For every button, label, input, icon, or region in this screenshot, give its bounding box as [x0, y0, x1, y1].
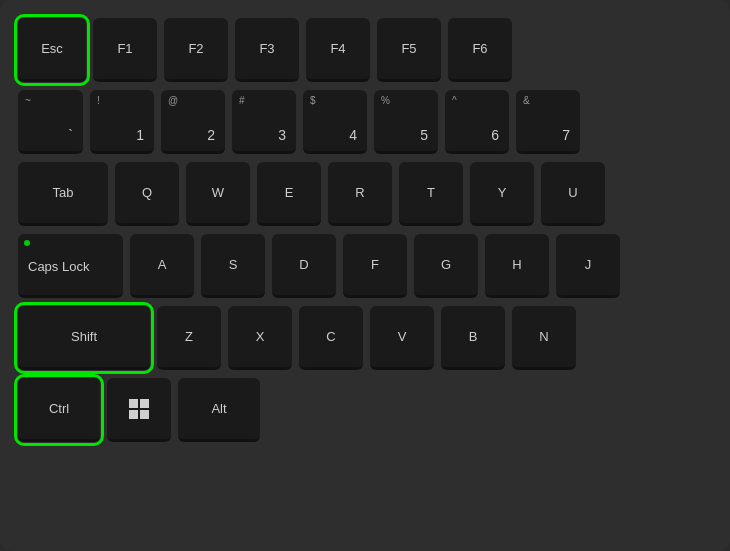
- key-z[interactable]: Z: [157, 306, 221, 370]
- key-v-label: V: [398, 329, 407, 344]
- key-shift-label: Shift: [71, 329, 97, 344]
- key-q-label: Q: [142, 185, 152, 200]
- row-num: ~ ` ! 1 @ 2 # 3 $ 4 % 5 ^ 6 & 7: [18, 90, 712, 154]
- keyboard: Esc F1 F2 F3 F4 F5 F6 ~ ` ! 1 @: [0, 0, 730, 551]
- key-4-primary: 4: [349, 127, 357, 143]
- key-caps-label: Caps Lock: [28, 259, 89, 274]
- key-f4-label: F4: [330, 41, 345, 56]
- key-4[interactable]: $ 4: [303, 90, 367, 154]
- key-f3[interactable]: F3: [235, 18, 299, 82]
- key-h-label: H: [512, 257, 521, 272]
- key-f3-label: F3: [259, 41, 274, 56]
- row-fn: Esc F1 F2 F3 F4 F5 F6: [18, 18, 712, 82]
- key-5-primary: 5: [420, 127, 428, 143]
- key-g[interactable]: G: [414, 234, 478, 298]
- key-1[interactable]: ! 1: [90, 90, 154, 154]
- caps-lock-indicator: [24, 240, 30, 246]
- key-w[interactable]: W: [186, 162, 250, 226]
- key-b-label: B: [469, 329, 478, 344]
- key-s-label: S: [229, 257, 238, 272]
- key-t[interactable]: T: [399, 162, 463, 226]
- key-f6[interactable]: F6: [448, 18, 512, 82]
- key-ctrl[interactable]: Ctrl: [18, 378, 100, 442]
- key-y[interactable]: Y: [470, 162, 534, 226]
- svg-rect-2: [129, 410, 138, 419]
- key-3[interactable]: # 3: [232, 90, 296, 154]
- key-d[interactable]: D: [272, 234, 336, 298]
- key-f2-label: F2: [188, 41, 203, 56]
- windows-icon: [128, 398, 150, 420]
- row-qwerty: Tab Q W E R T Y U: [18, 162, 712, 226]
- key-3-primary: 3: [278, 127, 286, 143]
- key-f6-label: F6: [472, 41, 487, 56]
- key-1-primary: 1: [136, 127, 144, 143]
- key-j-label: J: [585, 257, 592, 272]
- key-caps-lock[interactable]: Caps Lock: [18, 234, 123, 298]
- key-q[interactable]: Q: [115, 162, 179, 226]
- key-n[interactable]: N: [512, 306, 576, 370]
- key-u[interactable]: U: [541, 162, 605, 226]
- key-f5[interactable]: F5: [377, 18, 441, 82]
- key-v[interactable]: V: [370, 306, 434, 370]
- key-alt[interactable]: Alt: [178, 378, 260, 442]
- key-f4[interactable]: F4: [306, 18, 370, 82]
- key-d-label: D: [299, 257, 308, 272]
- key-1-secondary: !: [97, 95, 100, 106]
- key-win[interactable]: [107, 378, 171, 442]
- key-ctrl-label: Ctrl: [49, 401, 69, 416]
- key-5-secondary: %: [381, 95, 390, 106]
- key-f1-label: F1: [117, 41, 132, 56]
- key-h[interactable]: H: [485, 234, 549, 298]
- key-esc-label: Esc: [41, 41, 63, 56]
- key-b[interactable]: B: [441, 306, 505, 370]
- key-w-label: W: [212, 185, 224, 200]
- key-7-primary: 7: [562, 127, 570, 143]
- key-tab[interactable]: Tab: [18, 162, 108, 226]
- key-esc[interactable]: Esc: [18, 18, 86, 82]
- key-2[interactable]: @ 2: [161, 90, 225, 154]
- key-6[interactable]: ^ 6: [445, 90, 509, 154]
- key-c[interactable]: C: [299, 306, 363, 370]
- key-alt-label: Alt: [211, 401, 226, 416]
- key-f-label: F: [371, 257, 379, 272]
- svg-rect-0: [129, 399, 138, 408]
- row-asdf: Caps Lock A S D F G H J: [18, 234, 712, 298]
- key-x-label: X: [256, 329, 265, 344]
- key-6-secondary: ^: [452, 95, 457, 106]
- key-tab-label: Tab: [53, 185, 74, 200]
- key-j[interactable]: J: [556, 234, 620, 298]
- key-a-label: A: [158, 257, 167, 272]
- row-ctrl: Ctrl Alt: [18, 378, 712, 442]
- key-tilde-primary: `: [68, 127, 73, 143]
- key-t-label: T: [427, 185, 435, 200]
- key-tilde-secondary: ~: [25, 95, 31, 106]
- key-f2[interactable]: F2: [164, 18, 228, 82]
- key-7[interactable]: & 7: [516, 90, 580, 154]
- key-f[interactable]: F: [343, 234, 407, 298]
- key-4-secondary: $: [310, 95, 316, 106]
- key-7-secondary: &: [523, 95, 530, 106]
- key-g-label: G: [441, 257, 451, 272]
- row-shift: Shift Z X C V B N: [18, 306, 712, 370]
- key-r[interactable]: R: [328, 162, 392, 226]
- key-r-label: R: [355, 185, 364, 200]
- key-u-label: U: [568, 185, 577, 200]
- key-n-label: N: [539, 329, 548, 344]
- key-c-label: C: [326, 329, 335, 344]
- key-shift[interactable]: Shift: [18, 306, 150, 370]
- key-5[interactable]: % 5: [374, 90, 438, 154]
- key-tilde[interactable]: ~ `: [18, 90, 83, 154]
- svg-rect-1: [140, 399, 149, 408]
- key-e[interactable]: E: [257, 162, 321, 226]
- key-f1[interactable]: F1: [93, 18, 157, 82]
- key-e-label: E: [285, 185, 294, 200]
- key-s[interactable]: S: [201, 234, 265, 298]
- key-x[interactable]: X: [228, 306, 292, 370]
- key-a[interactable]: A: [130, 234, 194, 298]
- key-2-secondary: @: [168, 95, 178, 106]
- key-6-primary: 6: [491, 127, 499, 143]
- key-y-label: Y: [498, 185, 507, 200]
- key-f5-label: F5: [401, 41, 416, 56]
- svg-rect-3: [140, 410, 149, 419]
- key-2-primary: 2: [207, 127, 215, 143]
